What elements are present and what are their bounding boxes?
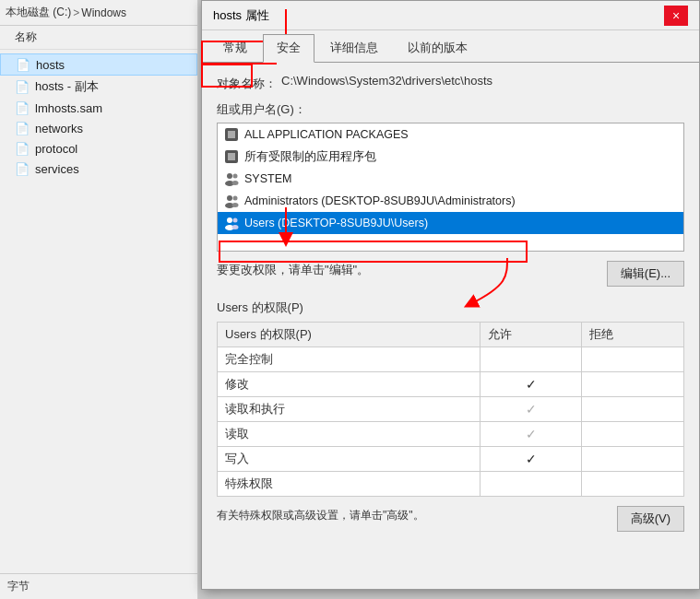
tab-bar: 常规安全详细信息以前的版本 — [202, 30, 699, 63]
perm-row: 特殊权限 — [218, 472, 684, 497]
file-icon: 📄 — [15, 79, 30, 94]
allow-col — [480, 347, 582, 372]
users-icon — [223, 193, 240, 209]
file-list: 📄 hosts📄 hosts - 副本📄 lmhosts.sam📄 networ… — [0, 50, 197, 182]
perm-row: 完全控制 — [218, 347, 684, 372]
checkmark-icon: ✓ — [526, 452, 537, 466]
object-name-row: 对象名称： C:\Windows\System32\drivers\etc\ho… — [217, 74, 684, 92]
group-item[interactable]: ALL APPLICATION PACKAGES — [218, 123, 683, 146]
file-item[interactable]: 📄 services — [0, 159, 197, 179]
svg-point-4 — [227, 173, 232, 179]
allow-col — [480, 472, 582, 497]
dialog-content: 对象名称： C:\Windows\System32\drivers\etc\ho… — [202, 63, 699, 543]
file-icon: 📄 — [15, 161, 30, 176]
object-label: 对象名称： — [217, 74, 281, 92]
file-item[interactable]: 📄 hosts — [0, 53, 197, 76]
edit-message: 要更改权限，请单击"编辑"。 — [217, 263, 369, 276]
checkmark-gray-icon: ✓ — [526, 427, 537, 441]
svg-rect-3 — [228, 153, 235, 160]
tab-详细信息[interactable]: 详细信息 — [316, 34, 392, 62]
breadcrumb-sep: > — [73, 6, 79, 19]
file-icon: 📄 — [15, 141, 30, 156]
file-name: hosts - 副本 — [35, 78, 99, 95]
perm-col-allow: 允许 — [480, 323, 582, 347]
svg-point-8 — [227, 195, 232, 201]
group-listbox[interactable]: ALL APPLICATION PACKAGES 所有受限制的应用程序包 SYS… — [217, 123, 684, 252]
object-value: C:\Windows\System32\drivers\etc\hosts — [281, 74, 492, 88]
checkmark-icon: ✓ — [526, 377, 537, 392]
file-item[interactable]: 📄 protocol — [0, 138, 197, 159]
bottom-message: 有关特殊权限或高级设置，请单击"高级"。 — [217, 509, 424, 522]
file-name: protocol — [35, 142, 77, 156]
perm-name: 写入 — [218, 447, 481, 472]
group-item[interactable]: Administrators (DESKTOP-8SUB9JU\Administ… — [218, 190, 683, 212]
group-name: SYSTEM — [244, 172, 291, 185]
close-button[interactable]: × — [664, 6, 688, 26]
tab-常规[interactable]: 常规 — [209, 34, 261, 62]
users-icon — [223, 170, 240, 187]
file-icon: 📄 — [15, 100, 30, 115]
allow-col: ✓ — [480, 397, 582, 422]
dialog-title: hosts 属性 — [213, 7, 269, 24]
tab-以前的版本[interactable]: 以前的版本 — [394, 34, 481, 62]
explorer-sidebar: 本地磁盘 (C:) > Windows 名称 📄 hosts📄 hosts - … — [0, 0, 198, 599]
allow-col: ✓ — [480, 422, 582, 447]
deny-col — [582, 472, 684, 497]
perm-row: 读取 ✓ — [218, 422, 684, 447]
perm-name: 完全控制 — [218, 347, 481, 372]
app-icon — [223, 126, 240, 143]
breadcrumb-part2: Windows — [81, 6, 126, 19]
app-icon — [223, 148, 240, 165]
file-item[interactable]: 📄 networks — [0, 118, 197, 138]
allow-col: ✓ — [480, 372, 582, 397]
group-name: 所有受限制的应用程序包 — [244, 149, 376, 165]
group-item[interactable]: SYSTEM — [218, 168, 683, 190]
properties-dialog: hosts 属性 × 常规安全详细信息以前的版本 对象名称： C:\Window… — [201, 0, 700, 590]
checkmark-gray-icon: ✓ — [526, 402, 537, 417]
group-name: Administrators (DESKTOP-8SUB9JU\Administ… — [244, 194, 516, 207]
file-item[interactable]: 📄 hosts - 副本 — [0, 76, 197, 98]
breadcrumb[interactable]: 本地磁盘 (C:) > Windows — [0, 0, 197, 26]
file-name: services — [35, 162, 79, 176]
group-section-label: 组或用户名(G)： — [217, 101, 684, 118]
perm-col-deny: 拒绝 — [582, 323, 684, 347]
file-item[interactable]: 📄 lmhosts.sam — [0, 98, 197, 118]
allow-col: ✓ — [480, 447, 582, 472]
file-icon: 📄 — [16, 57, 30, 72]
svg-point-15 — [232, 225, 239, 229]
svg-point-11 — [232, 203, 239, 207]
dialog-titlebar: hosts 属性 × — [202, 1, 699, 30]
group-item[interactable]: Users (DESKTOP-8SUB9JU\Users) — [218, 212, 683, 234]
svg-point-10 — [233, 196, 238, 201]
svg-rect-1 — [228, 131, 235, 138]
perm-col-name: Users 的权限(P) — [218, 323, 481, 347]
deny-col — [582, 397, 684, 422]
edit-button[interactable]: 编辑(E)... — [607, 261, 684, 287]
deny-col — [582, 422, 684, 447]
status-bar: 字节 — [0, 573, 198, 599]
group-name: Users (DESKTOP-8SUB9JU\Users) — [244, 217, 428, 229]
advanced-button[interactable]: 高级(V) — [617, 506, 684, 532]
svg-point-14 — [233, 218, 238, 223]
svg-point-6 — [233, 174, 238, 179]
deny-col — [582, 447, 684, 472]
perm-name: 读取和执行 — [218, 397, 481, 422]
deny-col — [582, 347, 684, 372]
users-icon — [223, 215, 240, 231]
svg-point-7 — [232, 181, 239, 185]
perm-row: 修改 ✓ — [218, 372, 684, 397]
col-name-header: 名称 — [0, 26, 197, 50]
breadcrumb-part1: 本地磁盘 (C:) — [6, 5, 71, 20]
file-icon: 📄 — [15, 121, 30, 135]
perm-name: 读取 — [218, 422, 481, 447]
perm-row: 写入 ✓ — [218, 447, 684, 472]
perm-name: 修改 — [218, 372, 481, 397]
permissions-table: Users 的权限(P) 允许 拒绝 完全控制 修改 ✓ 读取和执行 ✓ 读取 … — [217, 322, 684, 497]
group-item[interactable]: 所有受限制的应用程序包 — [218, 146, 683, 168]
file-name: lmhosts.sam — [35, 101, 102, 115]
file-name: networks — [35, 122, 83, 135]
edit-section: 编辑(E)... 要更改权限，请单击"编辑"。 — [217, 261, 684, 287]
tab-安全[interactable]: 安全 — [263, 34, 314, 63]
perm-name: 特殊权限 — [218, 472, 481, 497]
perm-row: 读取和执行 ✓ — [218, 397, 684, 422]
